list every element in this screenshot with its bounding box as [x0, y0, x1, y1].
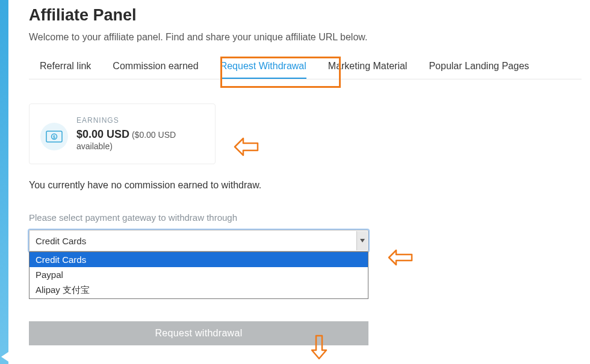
- no-commission-text: You currently have no commission earned …: [29, 180, 582, 191]
- chevron-down-icon[interactable]: [356, 231, 367, 250]
- gateway-label: Please select payment gateway to withdra…: [29, 212, 582, 223]
- page-title: Affiliate Panel: [29, 6, 582, 25]
- gateway-option-alipay[interactable]: Alipay 支付宝: [30, 282, 368, 298]
- earnings-label: EARNINGS: [76, 116, 204, 125]
- money-icon: $: [40, 123, 68, 150]
- gateway-selected-value: Credit Cards: [36, 236, 86, 246]
- earnings-card: $ EARNINGS $0.00 USD ($0.00 USD availabl…: [29, 103, 216, 164]
- tab-marketing-material[interactable]: Marketing Material: [317, 56, 418, 79]
- left-gradient-stripe: [0, 0, 8, 364]
- svg-text:$: $: [53, 135, 55, 140]
- gateway-option-paypal[interactable]: Paypal: [30, 267, 368, 282]
- tab-commission-earned[interactable]: Commission earned: [102, 56, 209, 79]
- page-subtitle: Welcome to your affiliate panel. Find an…: [29, 32, 582, 43]
- tab-popular-landing-pages[interactable]: Popular Landing Pages: [418, 56, 539, 79]
- gateway-dropdown-list: Credit Cards Paypal Alipay 支付宝: [29, 251, 368, 299]
- annotation-arrow-left-icon: [234, 136, 259, 158]
- tabs-bar: Referral link Commission earned Request …: [29, 56, 582, 79]
- annotation-arrow-down-icon: [309, 335, 329, 360]
- annotation-arrow-left-icon: [388, 248, 413, 267]
- gateway-option-credit-cards[interactable]: Credit Cards: [30, 252, 368, 267]
- tab-request-withdrawal[interactable]: Request Withdrawal: [210, 56, 317, 79]
- tab-referral-link[interactable]: Referral link: [29, 56, 102, 79]
- earnings-amount: $0.00 USD: [76, 128, 129, 140]
- gateway-select[interactable]: Credit Cards: [29, 230, 368, 251]
